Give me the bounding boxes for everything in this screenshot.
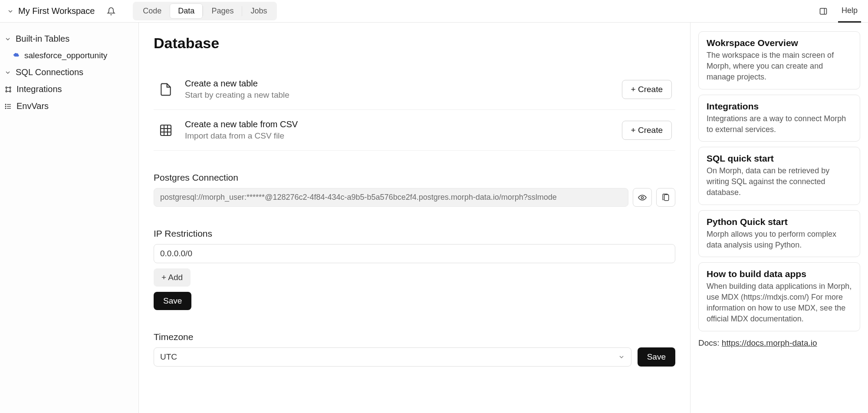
tab-help[interactable]: Help	[838, 0, 861, 23]
svg-point-2	[6, 87, 7, 88]
sidebar-item-label: Built-in Tables	[16, 34, 69, 44]
help-card-workspace-overview[interactable]: Wokrspace Overview The workspace is the …	[698, 31, 860, 89]
create-table-subtitle: Start by creating a new table	[185, 90, 612, 100]
save-timezone-button[interactable]: Save	[638, 347, 675, 367]
create-csv-row: Create a new table from CSV Import data …	[154, 110, 675, 151]
create-csv-subtitle: Import data from a CSV file	[185, 131, 612, 141]
help-card-python-quickstart[interactable]: Python Quick start Morph allows you to p…	[698, 210, 860, 257]
workspace-selector[interactable]: My First Workspace	[3, 4, 98, 18]
sidebar-item-label: Integrations	[16, 84, 62, 94]
chevron-down-icon	[618, 354, 625, 360]
main-content: Database Create a new table Start by cre…	[139, 23, 690, 413]
sidebar-item-table-salesforce[interactable]: salesforce_opportunity	[0, 47, 138, 64]
workspace-title: My First Workspace	[18, 6, 95, 16]
sidebar: Built-in Tables salesforce_opportunity S…	[0, 23, 139, 413]
help-card-data-apps[interactable]: How to build data apps When building dat…	[698, 262, 860, 331]
docs-prefix: Docs:	[698, 338, 722, 347]
create-table-button[interactable]: + Create	[622, 80, 672, 99]
chevron-down-icon	[4, 36, 11, 43]
list-icon	[4, 102, 12, 110]
timezone-value: UTC	[160, 352, 177, 362]
sidebar-item-envvars[interactable]: EnvVars	[0, 98, 138, 115]
sidebar-item-integrations[interactable]: Integrations	[0, 81, 138, 98]
svg-rect-22	[664, 195, 669, 200]
timezone-label: Timezone	[154, 332, 675, 342]
ip-restriction-input[interactable]	[154, 244, 675, 263]
create-table-row: Create a new table Start by creating a n…	[154, 69, 675, 110]
svg-point-5	[10, 91, 11, 92]
timezone-select[interactable]: UTC	[154, 347, 631, 367]
svg-point-15	[5, 108, 6, 109]
postgres-label: Postgres Connection	[154, 172, 675, 183]
sidebar-item-label: EnvVars	[16, 101, 49, 111]
help-card-body: The workspace is the main screen of Morp…	[707, 50, 852, 83]
svg-point-14	[5, 106, 6, 107]
main-tabs: Code Data Pages Jobs	[133, 2, 277, 20]
help-card-title: Wokrspace Overview	[707, 38, 852, 48]
sidebar-item-label: SQL Connections	[16, 67, 83, 77]
tab-jobs[interactable]: Jobs	[242, 3, 275, 19]
postgres-connection-input[interactable]	[154, 188, 628, 207]
svg-point-3	[10, 87, 11, 88]
help-card-body: When building data applications in Morph…	[707, 281, 852, 325]
sidebar-item-sql-connections[interactable]: SQL Connections	[0, 64, 138, 81]
docs-line: Docs: https://docs.morph-data.io	[698, 338, 860, 348]
add-ip-button[interactable]: + Add	[154, 268, 191, 287]
help-card-body: Morph allows you to perform complex data…	[707, 229, 852, 251]
help-card-body: Integrations are a way to connect Morph …	[707, 113, 852, 135]
chevron-down-icon	[4, 69, 11, 76]
chevron-down-icon	[7, 8, 14, 15]
reveal-password-button[interactable]	[633, 188, 652, 207]
help-card-title: Integrations	[707, 101, 852, 112]
help-card-title: Python Quick start	[707, 217, 852, 227]
notifications-button[interactable]	[107, 7, 115, 16]
toggle-panel-button[interactable]	[819, 7, 828, 16]
create-csv-button[interactable]: + Create	[622, 121, 672, 140]
help-card-integrations[interactable]: Integrations Integrations are a way to c…	[698, 95, 860, 142]
tab-data[interactable]: Data	[170, 3, 203, 19]
docs-link[interactable]: https://docs.morph-data.io	[722, 338, 817, 347]
page-title: Database	[154, 35, 675, 52]
create-table-title: Create a new table	[185, 79, 612, 89]
grid-icon	[157, 123, 174, 137]
save-ip-button[interactable]: Save	[154, 292, 191, 310]
svg-point-21	[641, 196, 644, 198]
help-card-body: On Morph, data can be retrieved by writi…	[707, 165, 852, 198]
tab-pages[interactable]: Pages	[203, 3, 242, 19]
svg-point-13	[5, 104, 6, 105]
integrations-icon	[4, 86, 12, 93]
file-icon	[157, 83, 174, 96]
help-card-title: How to build data apps	[707, 269, 852, 279]
sidebar-item-builtin-tables[interactable]: Built-in Tables	[0, 30, 138, 47]
help-card-title: SQL quick start	[707, 153, 852, 164]
svg-rect-16	[161, 125, 171, 135]
create-csv-title: Create a new table from CSV	[185, 119, 612, 129]
clipboard-icon	[661, 193, 670, 202]
tab-code[interactable]: Code	[135, 3, 170, 19]
ip-restrictions-label: IP Restrictions	[154, 228, 675, 239]
svg-rect-0	[820, 8, 826, 14]
svg-point-4	[6, 91, 7, 92]
help-card-sql-quickstart[interactable]: SQL quick start On Morph, data can be re…	[698, 147, 860, 205]
copy-connection-button[interactable]	[656, 188, 675, 207]
salesforce-icon	[12, 52, 20, 59]
sidebar-item-label: salesforce_opportunity	[24, 51, 107, 60]
eye-icon	[638, 193, 647, 202]
help-panel: Wokrspace Overview The workspace is the …	[690, 23, 868, 413]
